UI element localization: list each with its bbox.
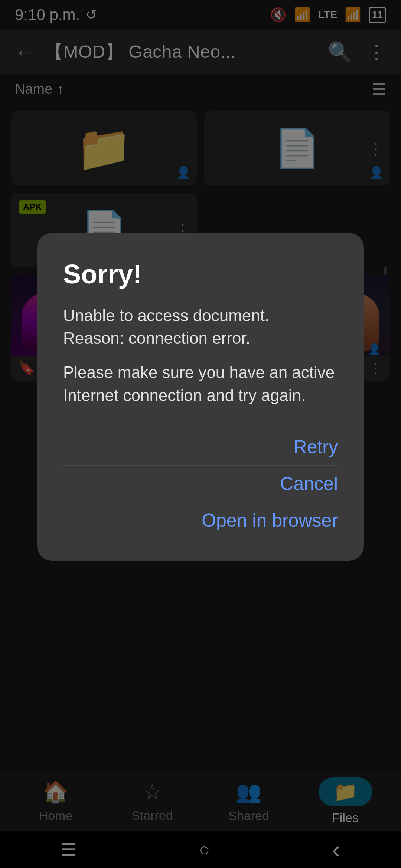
error-dialog: Sorry! Unable to access document.Reason:… xyxy=(37,233,364,561)
retry-button[interactable]: Retry xyxy=(63,429,338,465)
open-in-browser-button[interactable]: Open in browser xyxy=(63,502,338,539)
cancel-button[interactable]: Cancel xyxy=(63,466,338,502)
dialog-body-2: Please make sure you have an activeInter… xyxy=(63,361,338,407)
dialog-body-1: Unable to access document.Reason: connec… xyxy=(63,304,338,350)
dialog-title: Sorry! xyxy=(63,259,338,289)
dialog-overlay: Sorry! Unable to access document.Reason:… xyxy=(0,0,401,868)
